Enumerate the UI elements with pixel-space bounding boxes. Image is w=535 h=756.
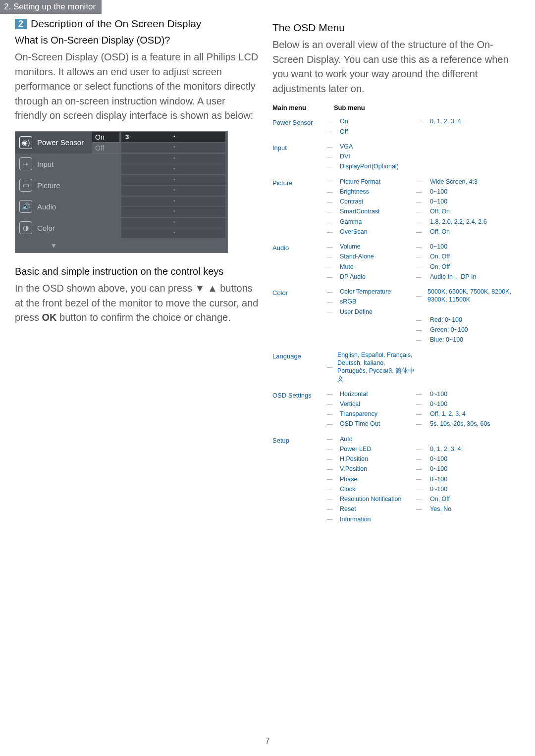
tree-value-entry: —On, Off (416, 495, 520, 503)
tree-value-label: On, Off (430, 495, 450, 503)
tree-value-entry (416, 435, 520, 443)
osd-item-picture[interactable]: ▭ Picture (15, 175, 92, 196)
tree-sub-column: —English, Español, Français, Deutsch, It… (327, 351, 416, 383)
osd-item-audio[interactable]: 🔊 Audio (15, 196, 92, 217)
tree-sub-label: Volume (340, 243, 361, 251)
tree-value-entry (416, 162, 520, 170)
tree-sub-entry: —Information (327, 515, 416, 523)
tree-value-entry: —On, Off (416, 252, 520, 260)
question-heading: What is On-Screen Display (OSD)? (15, 35, 259, 46)
osd-option-on[interactable]: On (92, 132, 119, 143)
tree-sub-entry: —DP Audio (327, 273, 416, 281)
tree-sub-label: Phase (340, 475, 357, 483)
tree-sub-entry: —Mute (327, 263, 416, 271)
branch-icon: — (327, 228, 335, 235)
tree-sub-entry: —sRGB (327, 298, 416, 305)
branch-icon: — (327, 188, 335, 195)
tree-value-entry: —0~100 (416, 188, 520, 196)
tree-value-column: —0~100—On, Off—On, Off—Audio In， DP In (416, 243, 520, 281)
tree-value-entry (416, 152, 520, 160)
tree-sub-label: Horizontal (340, 390, 368, 398)
branch-icon: — (416, 178, 425, 185)
branch-icon: — (327, 505, 335, 512)
branch-icon: — (327, 465, 335, 472)
tree-value-label: On, Off (430, 263, 450, 271)
tree-sub-column: —Color Temperature—sRGB—User Define (327, 288, 416, 344)
tree-sub-entry: —Transparency (327, 410, 416, 418)
picture-icon: ▭ (19, 179, 32, 192)
tree-value-label: 0~100 (430, 465, 447, 473)
osd-item-label: Picture (37, 181, 60, 190)
osd-item-input[interactable]: ⇥ Input (15, 153, 92, 175)
tree-sub-entry: —On (327, 117, 416, 125)
tree-value-entry: —Off, On (416, 228, 520, 236)
tree-value-entry: —5s, 10s, 20s, 30s, 60s (416, 420, 520, 428)
tree-sub-label: Information (340, 515, 371, 523)
osd-item-label: Audio (37, 202, 56, 211)
branch-icon: — (416, 188, 425, 195)
tree-sub-label: Contrast (340, 198, 363, 205)
tree-value-label: 0, 1, 2, 3, 4 (430, 117, 461, 125)
osd-item-color[interactable]: ◑ Color (15, 217, 92, 239)
tree-value-label: 0, 1, 2, 3, 4 (430, 445, 461, 453)
branch-icon: — (416, 243, 425, 250)
branch-icon: — (327, 308, 335, 315)
tree-sub-label: sRGB (340, 298, 356, 305)
tree-sub-entry: —DVI (327, 152, 416, 160)
branch-icon: — (327, 446, 335, 453)
tree-value-label: On, Off (430, 252, 450, 260)
tree-sub-entry: —H.Position (327, 455, 416, 463)
branch-icon: — (416, 446, 425, 453)
tree-sub-entry: —Reset (327, 505, 416, 513)
osd-option-off[interactable]: Off (92, 143, 119, 153)
tree-value-label: Off, On (430, 207, 450, 215)
branch-icon: — (416, 401, 425, 407)
tree-sub-entry: —Color Temperature (327, 288, 416, 296)
tree-sub-entry: —Horizontal (327, 390, 416, 398)
tree-value-label: 0~100 (430, 455, 447, 463)
tree-sub-label: Off (340, 128, 348, 136)
tree-sub-label: V.Position (340, 465, 367, 473)
osd-item-power-sensor[interactable]: ◉) Power Sensor (15, 132, 92, 153)
branch-icon: — (416, 228, 425, 235)
tree-value-label: 0~100 (430, 198, 447, 205)
tree-sub-label: Vertical (340, 400, 360, 408)
tree-main-label: Audio (272, 243, 327, 281)
tree-value-entry: —0, 1, 2, 3, 4 (416, 117, 520, 125)
branch-icon: — (327, 401, 335, 407)
branch-icon: — (327, 298, 335, 305)
tree-group: Setup—Auto—Power LED—H.Position—V.Positi… (272, 435, 520, 523)
tree-value-column: —0, 1, 2, 3, 4—0~100—0~100—0~100—0~100—O… (416, 435, 520, 523)
tree-value-entry (416, 128, 520, 136)
chevron-down-icon: ▼ (51, 242, 57, 250)
osd-preview: ◉) Power Sensor On Off •3 • ⇥ Input (15, 131, 228, 253)
tree-value-entry: —Audio In， DP In (416, 273, 520, 281)
tree-sub-column: —VGA—DVI—DisplayPort(Optional) (327, 143, 416, 171)
tree-value-label: 5000K, 6500K, 7500K, 8200K, 9300K, 11500… (428, 288, 520, 304)
section-heading: 2 Description of the On Screen Display (15, 18, 259, 30)
branch-icon: — (327, 218, 335, 225)
right-column: The OSD Menu Below is an overall view of… (272, 18, 520, 529)
osd-menu-heading: The OSD Menu (272, 22, 520, 34)
tree-main-label: Setup (272, 435, 327, 523)
tree-sub-label: OSD Time Out (340, 420, 380, 428)
branch-icon: — (327, 273, 335, 280)
tree-head-sub: Sub menu (334, 104, 365, 112)
tree-sub-label: Auto (340, 435, 353, 443)
tree-sub-label: Gamma (340, 218, 362, 226)
osd-nav-down[interactable]: ▼ (15, 239, 92, 252)
tree-group: Color—Color Temperature—sRGB—User Define… (272, 288, 520, 344)
tree-value-label: 0~100 (430, 400, 447, 408)
tree-sub-column: —Auto—Power LED—H.Position—V.Position—Ph… (327, 435, 416, 523)
tree-sub-entry: —Phase (327, 475, 416, 483)
tree-value-entry (416, 143, 520, 151)
tree-value-entry: —0~100 (416, 400, 520, 408)
tree-sub-label: Mute (340, 263, 354, 271)
tree-main-label: OSD Settings (272, 390, 327, 428)
basic-heading: Basic and simple instruction on the cont… (15, 266, 259, 277)
section-title: Description of the On Screen Display (31, 18, 201, 30)
tree-value-label: Red: 0~100 (430, 316, 462, 324)
tree-value-entry: —Off, 1, 2, 3, 4 (416, 410, 520, 418)
tree-sub-label: DisplayPort(Optional) (340, 162, 399, 170)
tree-sub-column: —Horizontal—Vertical—Transparency—OSD Ti… (327, 390, 416, 428)
